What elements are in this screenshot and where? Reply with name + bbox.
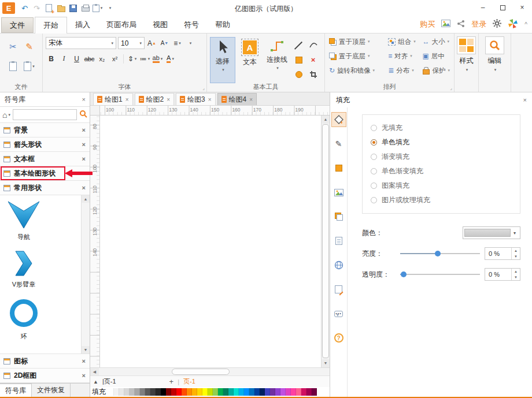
font-color-button[interactable]: A▾ bbox=[165, 53, 176, 64]
protect-button[interactable]: 保护▾ bbox=[421, 65, 451, 76]
page-nav-label[interactable]: |页-1 bbox=[102, 377, 116, 386]
tab-insert[interactable]: 插入 bbox=[67, 17, 98, 33]
library-section-basic-drawing-shapes[interactable]: 基本绘图形状 × bbox=[0, 166, 90, 181]
library-section-arrow-shapes[interactable]: 箭头形状 × bbox=[0, 137, 90, 152]
shape-item-ring[interactable]: 环 bbox=[6, 298, 42, 341]
palette-swatch[interactable] bbox=[244, 388, 249, 396]
section-close-icon[interactable]: × bbox=[79, 127, 88, 133]
library-section-common-shapes[interactable]: 常用形状 × bbox=[0, 181, 90, 195]
font-dialog-launcher-icon[interactable]: ⌟ bbox=[202, 85, 205, 91]
palette-swatch[interactable] bbox=[130, 388, 135, 396]
superscript-button[interactable]: x² bbox=[109, 53, 120, 64]
quick-access-icon[interactable]: ▾ bbox=[91, 2, 104, 14]
section-close-icon[interactable]: × bbox=[79, 184, 88, 191]
delete-tool-icon[interactable]: × bbox=[311, 55, 316, 64]
bullet-list-button[interactable]: ≔▾ bbox=[139, 53, 150, 64]
radio-icon[interactable] bbox=[371, 183, 377, 189]
select-tool-button[interactable]: 选择 ▾ bbox=[210, 37, 235, 83]
align-button[interactable]: ≡对齐▾ bbox=[387, 51, 418, 61]
page-list-toggle-icon[interactable]: ▲ bbox=[93, 379, 98, 385]
scroll-down-icon[interactable]: ▼ bbox=[322, 359, 330, 367]
library-section-icons[interactable]: 图标 × bbox=[0, 354, 90, 369]
redo-icon[interactable]: ↷ bbox=[31, 2, 43, 14]
send-to-back-button[interactable]: 置于底层▾ bbox=[328, 51, 384, 61]
palette-swatch[interactable] bbox=[296, 388, 301, 396]
palette-swatch[interactable] bbox=[239, 388, 244, 396]
shape-item-v-chevron[interactable]: V形臂章 bbox=[6, 251, 42, 289]
brightness-spinner[interactable]: 0 % ▲▼ bbox=[485, 247, 520, 260]
distribute-button[interactable]: ≣分布▾ bbox=[387, 65, 418, 76]
arrange-dialog-launcher-icon[interactable]: ⌟ bbox=[450, 85, 452, 91]
login-link[interactable]: 登录 bbox=[471, 19, 486, 29]
maximize-button[interactable] bbox=[493, 0, 512, 15]
insert-picture-tool[interactable] bbox=[331, 185, 346, 200]
vertical-scrollbar[interactable]: ▲ ▼ bbox=[321, 116, 330, 367]
palette-swatch[interactable] bbox=[301, 388, 306, 396]
tab-page-layout[interactable]: 页面布局 bbox=[98, 17, 145, 33]
section-close-icon[interactable]: × bbox=[79, 372, 88, 379]
palette-swatch[interactable] bbox=[280, 388, 286, 396]
edraw-pinwheel-icon[interactable] bbox=[508, 18, 518, 31]
scroll-up-icon[interactable]: ▲ bbox=[82, 195, 90, 203]
font-size-select[interactable]: 10▾ bbox=[118, 37, 145, 49]
subscript-button[interactable]: x₂ bbox=[97, 53, 108, 64]
font-name-select[interactable]: 宋体▾ bbox=[46, 37, 116, 49]
tab-home[interactable]: 开始 bbox=[35, 17, 67, 34]
page-properties-tool[interactable] bbox=[331, 233, 346, 248]
palette-swatch[interactable] bbox=[119, 388, 124, 396]
doc-tab-drawing2[interactable]: 绘图2× bbox=[135, 93, 175, 105]
h-scroll-thumb[interactable] bbox=[172, 369, 230, 375]
radio-icon[interactable] bbox=[371, 125, 377, 131]
slider-thumb[interactable] bbox=[401, 271, 407, 277]
doc-tab-drawing1[interactable]: 绘图1× bbox=[93, 93, 133, 105]
palette-swatch[interactable] bbox=[312, 388, 317, 396]
palette-swatch[interactable] bbox=[202, 388, 208, 396]
scroll-down-icon[interactable]: ▼ bbox=[82, 346, 90, 354]
active-page-tab[interactable]: 页-1 bbox=[183, 377, 195, 386]
group-button[interactable]: 组合▾ bbox=[387, 36, 418, 47]
palette-swatch[interactable] bbox=[213, 388, 218, 396]
edit-button-label[interactable]: 编辑 bbox=[488, 56, 502, 66]
promo-icon[interactable] bbox=[441, 20, 450, 29]
palette-swatch[interactable] bbox=[156, 388, 161, 396]
share-icon[interactable] bbox=[457, 20, 465, 29]
fill-panel-close-icon[interactable]: × bbox=[520, 96, 530, 103]
tab-close-icon[interactable]: × bbox=[249, 96, 253, 103]
radio-icon[interactable] bbox=[371, 154, 377, 160]
palette-swatch[interactable] bbox=[109, 388, 114, 396]
edit-find-icon[interactable] bbox=[485, 36, 504, 54]
palette-swatch[interactable] bbox=[182, 388, 187, 396]
symbol-panel-close-icon[interactable]: × bbox=[79, 96, 88, 103]
spin-down-icon[interactable]: ▼ bbox=[512, 254, 520, 259]
rotate-mirror-button[interactable]: ↻旋转和镜像▾ bbox=[328, 65, 384, 76]
add-page-button[interactable]: + bbox=[169, 377, 174, 386]
search-icon[interactable] bbox=[79, 110, 87, 120]
cut-icon[interactable]: ✂ bbox=[9, 42, 17, 52]
scroll-up-icon[interactable]: ▲ bbox=[322, 116, 330, 124]
comment-tool[interactable]: ••• bbox=[331, 306, 346, 321]
collapse-ribbon-icon[interactable]: ^ bbox=[524, 21, 527, 28]
size-button[interactable]: ↔大小▾ bbox=[421, 36, 451, 47]
undo-icon[interactable]: ↶ bbox=[19, 2, 31, 14]
spin-up-icon[interactable]: ▲ bbox=[512, 269, 520, 274]
customize-toolbar-icon[interactable]: ▾ bbox=[104, 2, 116, 14]
tab-help[interactable]: 帮助 bbox=[207, 17, 238, 33]
opacity-spinner[interactable]: 0 % ▲▼ bbox=[485, 268, 520, 281]
fill-option-pattern[interactable]: 图案填充 bbox=[371, 178, 512, 193]
style-button-label[interactable]: 样式 bbox=[460, 56, 474, 66]
tab-close-icon[interactable]: × bbox=[208, 96, 212, 103]
section-close-icon[interactable]: × bbox=[79, 358, 88, 364]
library-section-2d-block[interactable]: 2D框图 × bbox=[0, 369, 90, 383]
palette-swatch[interactable] bbox=[135, 388, 140, 396]
footer-tab-file-recovery[interactable]: 文件恢复 bbox=[32, 384, 71, 397]
radio-icon[interactable] bbox=[371, 197, 377, 203]
palette-swatch[interactable] bbox=[192, 388, 197, 396]
palette-swatch[interactable] bbox=[265, 388, 270, 396]
palette-swatch[interactable] bbox=[270, 388, 275, 396]
palette-swatch[interactable] bbox=[286, 388, 291, 396]
underline-button[interactable]: U bbox=[71, 53, 82, 64]
footer-tab-symbol-library[interactable]: 符号库 bbox=[0, 384, 32, 397]
center-button[interactable]: ▣居中 bbox=[421, 51, 451, 61]
palette-swatch[interactable] bbox=[145, 388, 150, 396]
paste-icon[interactable] bbox=[9, 62, 17, 71]
